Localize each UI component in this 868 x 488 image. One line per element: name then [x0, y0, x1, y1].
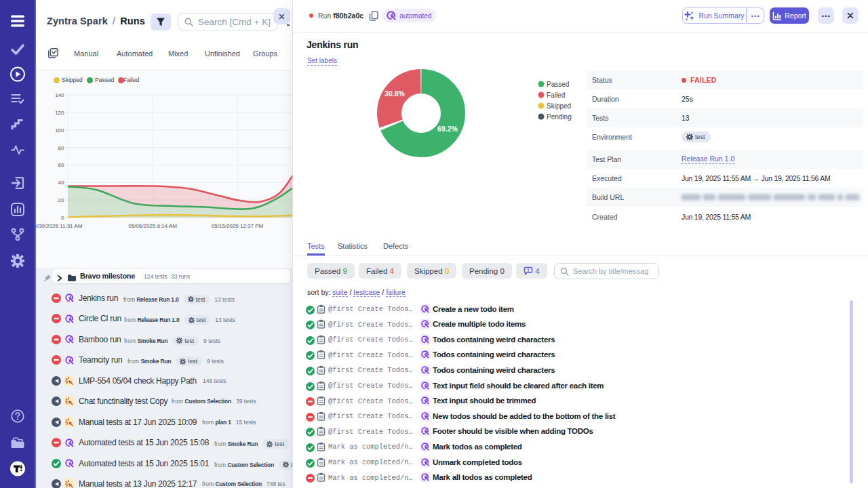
svg-text:80: 80 — [58, 144, 64, 150]
svg-text:60: 60 — [58, 162, 64, 168]
svg-text:40: 40 — [58, 180, 64, 186]
svg-text:20: 20 — [58, 197, 64, 203]
svg-text:Skipped: Skipped — [547, 102, 571, 110]
svg-text:05/06/2025 8:14 AM: 05/06/2025 8:14 AM — [128, 223, 177, 229]
svg-text:l/30/2025 11:31 AM: l/30/2025 11:31 AM — [36, 223, 83, 229]
svg-text:Passed: Passed — [547, 81, 569, 88]
svg-text:30.8%: 30.8% — [384, 89, 405, 98]
svg-text:0: 0 — [61, 215, 64, 221]
svg-text:120: 120 — [55, 109, 64, 115]
svg-text:100: 100 — [55, 127, 64, 133]
svg-text:Pending: Pending — [547, 113, 572, 121]
svg-text:69.2%: 69.2% — [437, 125, 458, 133]
svg-text:140: 140 — [55, 92, 64, 98]
svg-text:05/15/2025 12:37 PM: 05/15/2025 12:37 PM — [212, 223, 264, 229]
svg-text:Failed: Failed — [547, 92, 565, 99]
